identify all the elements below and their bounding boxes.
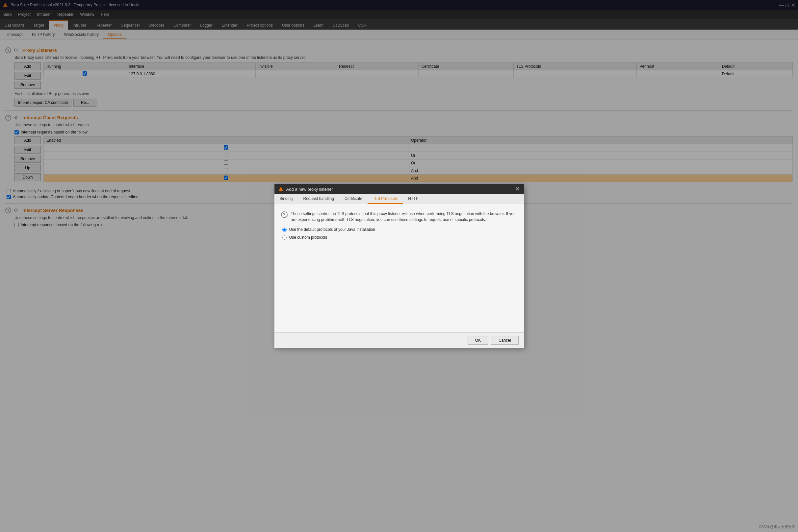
modal-info-row: ? These settings control the TLS protoco… [281, 211, 517, 223]
modal-tab-certificate[interactable]: Certificate [339, 194, 367, 204]
modal-title: Add a new proxy listener [286, 187, 333, 192]
proxy-listener-modal: Add a new proxy listener ✕ Binding Reque… [274, 184, 524, 348]
radio-custom-label: Use custom protocols [289, 235, 327, 240]
modal-info-text: These settings control the TLS protocols… [291, 211, 517, 223]
modal-tab-binding[interactable]: Binding [274, 194, 298, 204]
radio-default-protocols[interactable] [282, 228, 287, 232]
modal-tab-tls-protocols[interactable]: TLS Protocols [367, 194, 403, 204]
modal-titlebar-left: Add a new proxy listener [278, 186, 333, 192]
modal-overlay[interactable]: Add a new proxy listener ✕ Binding Reque… [0, 0, 798, 532]
modal-footer: OK Cancel [274, 332, 524, 348]
modal-tab-request-handling[interactable]: Request handling [298, 194, 339, 204]
modal-tab-http[interactable]: HTTP [403, 194, 423, 204]
modal-ok-button[interactable]: OK [468, 336, 488, 345]
radio-option-default: Use the default protocols of your Java i… [282, 227, 517, 232]
modal-body: ? These settings control the TLS protoco… [274, 204, 524, 332]
radio-option-custom: Use custom protocols [282, 235, 517, 240]
modal-close-button[interactable]: ✕ [515, 186, 520, 192]
modal-titlebar: Add a new proxy listener ✕ [274, 184, 524, 194]
radio-default-label: Use the default protocols of your Java i… [289, 227, 375, 232]
radio-custom-protocols[interactable] [282, 235, 287, 240]
modal-burp-icon [278, 186, 284, 192]
modal-tabs: Binding Request handling Certificate TLS… [274, 194, 524, 204]
modal-cancel-button[interactable]: Cancel [491, 336, 518, 345]
modal-info-icon: ? [281, 211, 288, 218]
